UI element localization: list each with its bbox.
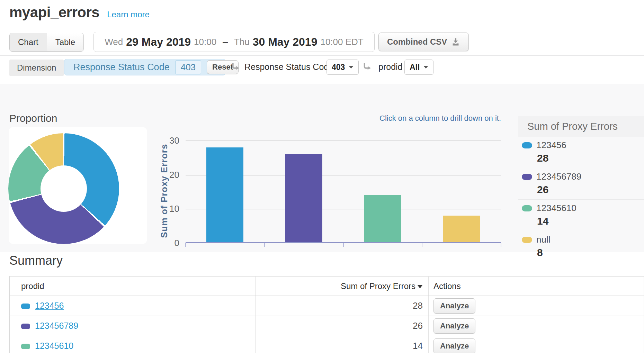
active-filter-value: 403 <box>175 60 201 74</box>
date-range-picker[interactable]: Wed 29 May 2019 10:00 – Thu 30 May 2019 … <box>93 32 375 52</box>
sort-desc-icon[interactable] <box>417 285 423 288</box>
drilldown-2-label: prodid <box>378 62 403 72</box>
prodid-link[interactable]: 123456 <box>35 301 64 310</box>
gridline-30 <box>186 141 501 141</box>
y-tick-20: 20 <box>154 170 179 180</box>
sum-value: 26 <box>256 316 429 336</box>
legend-title: Sum of Proxy Errors <box>518 116 644 137</box>
summary-table: prodid Sum of Proxy Errors Actions 12345… <box>9 276 644 353</box>
csv-button-label: Combined CSV <box>387 37 447 47</box>
end-date: 30 May 2019 <box>253 36 317 48</box>
chevron-down-icon <box>349 66 354 69</box>
end-time: 10:00 EDT <box>320 37 363 47</box>
sum-value: 28 <box>256 296 429 316</box>
legend-entry-null: null8 <box>518 231 644 262</box>
bar-null[interactable] <box>443 216 480 243</box>
report-page: myapi_errors Learn more Chart Table Wed … <box>0 0 644 353</box>
table-row-123456789: 12345678926Analyze <box>10 316 644 336</box>
x-axis-tick <box>422 243 422 247</box>
column-header-prodid: prodid <box>10 277 256 296</box>
legend-label: null <box>536 234 550 245</box>
legend-swatch <box>522 205 532 211</box>
start-date: 29 May 2019 <box>126 36 191 48</box>
legend-panel: Sum of Proxy Errors 12345628123456789261… <box>518 116 644 262</box>
drilldown-1-select[interactable]: 403 <box>327 60 359 75</box>
proportion-donut-chart[interactable] <box>8 133 119 244</box>
x-axis-tick <box>501 243 501 247</box>
drilldown-hint: Click on a column to drill down on it. <box>379 114 501 123</box>
summary-title: Summary <box>9 253 63 268</box>
table-header-row: prodid Sum of Proxy Errors Actions <box>10 277 644 296</box>
drilldown-1-value: 403 <box>332 63 345 72</box>
legend-value: 26 <box>537 184 644 196</box>
active-filter-pill: Response Status Code 403 Reset <box>64 59 226 75</box>
chevron-down-icon <box>423 66 428 69</box>
x-axis-tick <box>343 243 344 247</box>
bar-123456[interactable] <box>206 147 243 243</box>
x-axis-tick <box>264 243 265 247</box>
sum-value: 14 <box>256 336 429 353</box>
level-down-arrow-icon <box>231 62 242 73</box>
active-filter-name: Response Status Code <box>73 62 170 73</box>
legend-label: 123456789 <box>536 171 581 182</box>
tab-table[interactable]: Table <box>47 33 83 51</box>
drilldown-1-label: Response Status Code <box>244 62 333 72</box>
legend-entry-123456: 12345628 <box>518 137 644 168</box>
learn-more-link[interactable]: Learn more <box>107 10 150 19</box>
bar-12345610[interactable] <box>364 195 401 243</box>
y-tick-0: 0 <box>154 238 179 248</box>
analyze-button[interactable]: Analyze <box>433 338 475 353</box>
tab-chart[interactable]: Chart <box>10 33 47 51</box>
prodid-link[interactable]: 12345610 <box>35 341 73 351</box>
series-swatch <box>21 324 30 329</box>
legend-value: 14 <box>537 215 644 227</box>
column-header-actions: Actions <box>429 277 644 296</box>
legend-swatch <box>522 237 532 243</box>
start-time: 10:00 <box>194 37 216 47</box>
bar-123456789[interactable] <box>285 154 322 243</box>
table-row-12345610: 1234561014Analyze <box>10 336 644 353</box>
y-axis-title: Sum of Proxy Errors <box>159 132 170 250</box>
legend-value: 28 <box>537 152 644 164</box>
end-day: Thu <box>234 37 250 47</box>
start-day: Wed <box>105 37 123 47</box>
analyze-button[interactable]: Analyze <box>433 318 475 334</box>
proportion-card <box>9 127 147 244</box>
level-down-arrow-icon <box>362 62 373 73</box>
drilldown-2-select[interactable]: All <box>404 60 433 75</box>
legend-entry-12345610: 1234561014 <box>518 200 644 231</box>
filter-bar: Dimension Response Status Code 403 Reset… <box>0 59 644 77</box>
download-icon <box>451 37 460 46</box>
y-tick-10: 10 <box>154 203 179 214</box>
combined-csv-button[interactable]: Combined CSV <box>378 33 469 51</box>
view-toggle: Chart Table <box>9 33 84 52</box>
legend-label: 12345610 <box>536 203 576 214</box>
series-swatch <box>21 344 30 349</box>
prodid-link[interactable]: 123456789 <box>35 321 78 331</box>
analyze-button[interactable]: Analyze <box>433 298 475 314</box>
page-title: myapi_errors <box>9 4 99 21</box>
donut-hole <box>41 165 87 212</box>
charts-section: Proportion Sum of Proxy Errors 3020100 C… <box>0 84 644 252</box>
series-swatch <box>21 304 30 309</box>
divider <box>0 55 644 56</box>
legend-swatch <box>522 174 532 180</box>
column-header-sum[interactable]: Sum of Proxy Errors <box>256 277 429 296</box>
proportion-title: Proportion <box>9 112 57 124</box>
page-header: myapi_errors Learn more <box>9 4 150 21</box>
dimension-label: Dimension <box>9 60 64 76</box>
table-row-123456: 12345628Analyze <box>10 296 644 316</box>
legend-entry-123456789: 12345678926 <box>518 168 644 200</box>
legend-label: 123456 <box>536 140 566 151</box>
legend-value: 8 <box>537 247 644 259</box>
drilldown-2-value: All <box>410 63 420 72</box>
legend-swatch <box>522 142 532 148</box>
y-tick-30: 30 <box>154 135 179 146</box>
date-separator: – <box>222 36 228 48</box>
x-axis-tick <box>185 243 186 247</box>
